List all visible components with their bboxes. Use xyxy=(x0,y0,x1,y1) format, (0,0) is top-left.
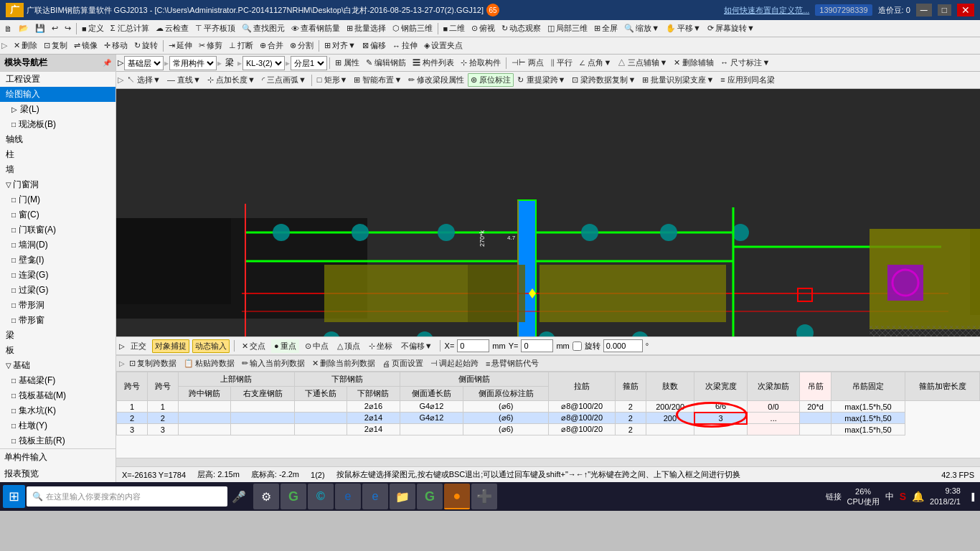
taskbar-app-browser2[interactable]: © xyxy=(308,484,334,509)
td-lower-rebar-2[interactable]: 2⌀14 xyxy=(347,413,400,424)
td-hangingf-2[interactable] xyxy=(800,413,831,424)
td-beamr-3[interactable] xyxy=(694,424,747,435)
calc-button[interactable]: Σ 汇总计算 xyxy=(108,22,152,35)
pan-button[interactable]: ✋ 平移▼ xyxy=(663,22,704,35)
modify-beam-props-button[interactable]: ✏ 修改梁段属性 xyxy=(405,73,467,87)
extend-button[interactable]: ⇥ 延伸 xyxy=(166,39,195,52)
top-view-button[interactable]: ⊙ 俯视 xyxy=(468,22,498,35)
no-offset-button[interactable]: 不偏移▼ xyxy=(398,339,435,353)
quick-setup-text[interactable]: 如何快速布置自定义范... xyxy=(724,5,809,16)
align-button[interactable]: ⊞ 对齐▼ xyxy=(321,39,359,52)
td-hangingf-3[interactable] xyxy=(800,424,831,435)
open-button[interactable]: 📂 xyxy=(16,22,32,34)
rotate-checkbox[interactable] xyxy=(573,342,582,351)
sidebar-item-slab2[interactable]: 板 xyxy=(0,343,116,358)
select-button[interactable]: ↖ 选择▼ xyxy=(124,73,164,87)
td-beamw-3[interactable] xyxy=(646,424,694,435)
td-hangingf-1[interactable]: 20*d xyxy=(800,401,831,413)
component-list-button[interactable]: ☰ 构件列表 xyxy=(410,56,457,70)
drawing-canvas[interactable]: 3600 → ↑ X Y 270*k 4.7 xyxy=(116,89,980,336)
sidebar-item-wall[interactable]: 墙 xyxy=(0,162,116,177)
undo-button[interactable]: ↩ xyxy=(49,22,61,34)
apply-same-name-button[interactable]: ≡ 应用到同名梁 xyxy=(717,73,777,87)
rotate-screen-button[interactable]: ⟳ 屏幕旋转▼ xyxy=(705,22,758,35)
td-upper-right-2[interactable] xyxy=(231,413,295,424)
single-component-input-button[interactable]: 单构件输入 xyxy=(0,449,116,466)
td-pull-3[interactable]: ⌀8@100/20 xyxy=(549,424,616,435)
edit-rebar-button[interactable]: ✎ 编辑钢筋 xyxy=(363,56,409,70)
re-fetch-spans-button[interactable]: ↻ 重提梁跨▼ xyxy=(514,73,568,87)
taskbar-notification-icon[interactable]: 🔔 xyxy=(912,491,924,502)
td-lower-rebar-1[interactable]: 2⌀16 xyxy=(347,401,400,413)
td-side-note-3[interactable]: (⌀6) xyxy=(463,424,549,435)
sidebar-item-door[interactable]: □ 门(M) xyxy=(0,192,116,207)
goto-start-span-button[interactable]: ⊣ 调起起始跨 xyxy=(428,357,481,370)
batch-identify-supports-button[interactable]: ⊞ 批量识别梁支座▼ xyxy=(639,73,717,87)
table-row[interactable]: 1 1 2⌀16 G4⌀12 (⌀6) ⌀8@100/20 2 200/200 … xyxy=(117,401,980,413)
sidebar-pin-icon[interactable]: 📌 xyxy=(103,59,111,67)
table-row[interactable]: 3 3 2⌀14 (⌀6) ⌀8@100/20 2 xyxy=(117,424,980,435)
dynamic-input-button[interactable]: 动态输入 xyxy=(192,339,230,353)
td-stirrupl-1[interactable]: max(1.5*h,50 xyxy=(831,401,905,413)
x-input[interactable] xyxy=(457,339,489,352)
close-button[interactable]: ✕ xyxy=(957,4,974,17)
new-button[interactable]: 🗎 xyxy=(1,23,15,34)
td-beamr-1[interactable]: 6/6 xyxy=(694,401,747,413)
td-upper-mid-2[interactable] xyxy=(178,413,230,424)
taskbar-app-active[interactable]: ● xyxy=(444,484,470,509)
three-point-arc-button[interactable]: ◜ 三点画弧▼ xyxy=(259,73,309,87)
td-lower-through-3[interactable] xyxy=(294,424,347,435)
td-side-mid-3[interactable] xyxy=(400,424,463,435)
view-rebar-button[interactable]: 👁 查看钢筋量 xyxy=(288,22,343,35)
define-button[interactable]: ■ 定义 xyxy=(79,22,107,35)
coord-button[interactable]: ⊹ 坐标 xyxy=(366,339,395,353)
sidebar-item-beam[interactable]: ▷ 梁(L) xyxy=(0,102,116,117)
mirror-button[interactable]: ⇌ 镜像 xyxy=(71,39,100,52)
copy-button[interactable]: ⊡ 复制 xyxy=(41,39,70,52)
td-lower-rebar-3[interactable]: 2⌀14 xyxy=(347,424,400,435)
y-input[interactable] xyxy=(521,339,553,352)
minimize-button[interactable]: ─ xyxy=(916,4,932,17)
td-lower-through-1[interactable] xyxy=(294,401,347,413)
taskbar-app-plus[interactable]: ➕ xyxy=(471,484,497,509)
object-capture-button[interactable]: 对象捕捉 xyxy=(152,339,189,353)
show-desktop-button[interactable]: ▐ xyxy=(966,491,977,502)
find-element-button[interactable]: 🔍 查找图元 xyxy=(239,22,288,35)
input-col-button[interactable]: ✏ 输入当前列数据 xyxy=(239,357,308,370)
copy-span-button[interactable]: ⊡ 复制跨数据 xyxy=(126,357,179,370)
paste-span-button[interactable]: 📋 粘贴跨数据 xyxy=(181,357,237,370)
layer-select[interactable]: 基础层 xyxy=(124,56,164,70)
parallel-button[interactable]: ∥ 平行 xyxy=(547,56,575,70)
taskbar-app-glodon[interactable]: G xyxy=(417,484,443,509)
sidebar-item-beam2[interactable]: 梁 xyxy=(0,328,116,343)
intersection-button[interactable]: ✕ 交点 xyxy=(239,339,268,353)
sidebar-item-door-window[interactable]: □ 门联窗(A) xyxy=(0,222,116,237)
table-scroll[interactable]: 跨号 跨号 上部钢筋 下部钢筋 侧面钢筋 拉筋 箍筋 肢数 次梁宽度 次梁加筋 … xyxy=(116,372,980,458)
td-side-note-1[interactable]: (⌀6) xyxy=(463,401,549,413)
three-point-aux-button[interactable]: △ 三点辅轴▼ xyxy=(615,56,670,70)
td-pull-1[interactable]: ⌀8@100/20 xyxy=(549,401,616,413)
page-setup-button[interactable]: 🖨 页面设置 xyxy=(380,357,426,370)
sidebar-item-column[interactable]: 柱 xyxy=(0,147,116,162)
rect-button[interactable]: □ 矩形▼ xyxy=(314,73,351,87)
maximize-button[interactable]: □ xyxy=(938,4,951,16)
sidebar-item-raft-main-rebar[interactable]: □ 筏板主筋(R) xyxy=(0,433,116,448)
td-legs-3[interactable]: 2 xyxy=(615,424,646,435)
line-button[interactable]: — 直线▼ xyxy=(164,73,204,87)
taskbar-app-browser1[interactable]: G xyxy=(281,484,306,509)
table-scrollbar-h[interactable] xyxy=(116,458,980,466)
orthogonal-button[interactable]: 正交 xyxy=(128,339,149,353)
sidebar-item-drawing-input[interactable]: 绘图输入 xyxy=(0,87,116,102)
copy-span-data-button[interactable]: ⊡ 梁跨数据复制▼ xyxy=(569,73,639,87)
lang-indicator[interactable]: 中 xyxy=(885,491,894,503)
td-stirrupl-2[interactable]: max(1.5*h,50 xyxy=(831,413,905,424)
td-upper-mid-3[interactable] xyxy=(178,424,230,435)
td-beamw-1[interactable]: 200/200 xyxy=(646,401,694,413)
merge-button[interactable]: ⊕ 合并 xyxy=(257,39,286,52)
in-place-label-button[interactable]: ⊛ 原位标注 xyxy=(468,73,514,87)
point-angle-button[interactable]: ∠ 点角▼ xyxy=(576,56,614,70)
delete-aux-button[interactable]: ✕ 删除辅轴 xyxy=(671,56,717,70)
trim-button[interactable]: ✂ 修剪 xyxy=(196,39,225,52)
sidebar-item-axis[interactable]: 轴线 xyxy=(0,132,116,147)
table-row[interactable]: 2 2 2⌀14 G4⌀12 (⌀6) ⌀8@100/20 2 200 3 xyxy=(117,413,980,424)
